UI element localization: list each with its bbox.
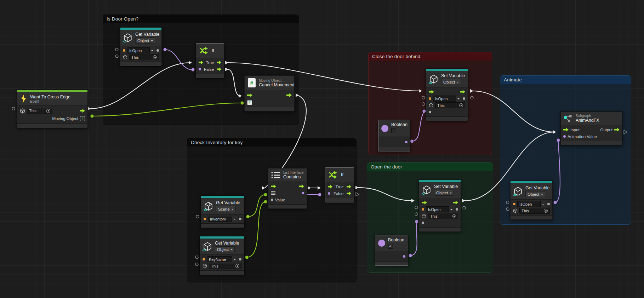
node-set-variable-close[interactable]: <> Set Variable Object IsOpen This: [426, 69, 468, 121]
target-field[interactable]: This: [129, 54, 159, 60]
value-output-port[interactable]: [239, 218, 241, 220]
integer-port-badge[interactable]: #: [80, 116, 85, 121]
value-output-port[interactable]: [456, 208, 458, 211]
result-output-port[interactable]: [302, 192, 304, 194]
flow-input-port[interactable]: [271, 184, 276, 188]
node-event-want-to-cross-edge[interactable]: Want To Cross Edge Event This Moving Obj…: [17, 90, 88, 128]
variable-name-dropdown[interactable]: IsOpen: [433, 96, 461, 102]
node-title: Set Variable: [434, 184, 458, 189]
node-if-door[interactable]: If True False: [196, 43, 224, 78]
condition-input-port[interactable]: [328, 192, 330, 195]
target-field[interactable]: This: [519, 208, 550, 214]
flow-output-false[interactable]: [217, 67, 221, 71]
string-port[interactable]: [203, 258, 205, 260]
node-boolean-true[interactable]: Boolean ✓: [375, 235, 408, 266]
flow-output-port[interactable]: [286, 93, 292, 97]
event-target-field[interactable]: This: [27, 108, 52, 114]
node-subtitle: Subgraph: [576, 114, 599, 118]
node-get-variable-inventory[interactable]: <> Get Variable Scene Inventory: [201, 196, 244, 228]
variable-kind-dropdown[interactable]: Object: [215, 246, 235, 252]
target-field[interactable]: This: [428, 213, 458, 219]
new-value-input-port[interactable]: [422, 222, 424, 224]
boolean-checkbox[interactable]: [391, 128, 396, 133]
variable-name-dropdown[interactable]: Inventory: [208, 216, 237, 222]
node-footer: [201, 223, 244, 228]
string-port[interactable]: [204, 218, 206, 220]
flow-output-true[interactable]: [347, 185, 351, 189]
node-list-contains[interactable]: List Interface Contains Value: [268, 168, 307, 209]
node-set-variable-open[interactable]: <> Set Variable Object IsOpen This: [419, 179, 461, 232]
variable-kind-dropdown[interactable]: Object: [441, 79, 461, 85]
variable-kind-dropdown[interactable]: Object: [135, 38, 155, 44]
group-title[interactable]: Open the door: [367, 163, 493, 171]
target-field[interactable]: This: [209, 263, 241, 269]
value-output-port[interactable]: [156, 49, 159, 52]
boolean-checkbox[interactable]: ✓: [388, 244, 393, 249]
gameobject-icon: [20, 108, 25, 114]
target-field[interactable]: This: [435, 102, 465, 108]
target-picker-icon[interactable]: [459, 103, 463, 107]
port-label: Animation Value: [568, 134, 597, 139]
value-output-port[interactable]: [239, 258, 241, 260]
flow-output-false[interactable]: [347, 191, 351, 195]
chevron-down-icon: [542, 204, 544, 206]
list-port-icon[interactable]: [271, 191, 275, 195]
flow-output-port[interactable]: [80, 109, 85, 113]
flow-output-port[interactable]: [299, 184, 304, 188]
chevron-down-icon: [234, 259, 236, 261]
flow-output-port[interactable]: [217, 61, 221, 64]
flow-input-port[interactable]: [429, 90, 434, 94]
flow-output-port[interactable]: [460, 90, 465, 94]
variable-name-dropdown[interactable]: IsOpen: [517, 201, 546, 207]
node-subgraph-animandfx[interactable]: Subgraph AnimAndFX Input Output Animatio…: [560, 111, 622, 145]
value-output-port[interactable]: [547, 203, 550, 205]
node-footer: [426, 116, 468, 121]
variable-kind-dropdown[interactable]: Object: [525, 191, 545, 197]
string-port[interactable]: [422, 208, 424, 211]
node-title: If: [341, 172, 343, 177]
node-footer: [245, 107, 294, 111]
flow-output-true[interactable]: [199, 61, 203, 64]
group-title[interactable]: Animate: [500, 76, 631, 84]
variable-name-dropdown[interactable]: KeyName: [207, 256, 237, 262]
animation-value-input-port[interactable]: [563, 135, 566, 138]
graph-canvas[interactable]: { "colors": { "canvas": "#1d1d1d", "teal…: [0, 0, 644, 298]
group-title[interactable]: Close the door behind: [369, 52, 492, 61]
string-port[interactable]: [123, 49, 125, 52]
node-get-variable-isopen-anim[interactable]: <> Get Variable Object IsOpen This: [510, 181, 553, 220]
flow-input-port[interactable]: [563, 128, 569, 132]
new-value-input-port[interactable]: [429, 111, 431, 113]
string-port[interactable]: [429, 97, 431, 100]
group-title[interactable]: Is Door Open?: [103, 15, 299, 23]
value-output-port[interactable]: [463, 97, 465, 100]
target-picker-icon[interactable]: [544, 209, 548, 213]
condition-input-port[interactable]: [199, 68, 201, 70]
chevron-down-icon: [450, 209, 452, 211]
node-get-variable-keyname[interactable]: <> Get Variable Object KeyName This: [200, 236, 244, 275]
variable-kind-dropdown[interactable]: Scene: [216, 206, 236, 212]
node-if-key[interactable]: If True False: [325, 167, 354, 202]
node-boolean-false[interactable]: Boolean: [378, 120, 410, 151]
target-picker-icon[interactable]: [235, 264, 239, 268]
value-output-port[interactable]: [403, 255, 405, 258]
string-port[interactable]: [513, 203, 515, 205]
flow-input-port[interactable]: [422, 201, 427, 205]
variable-name-dropdown[interactable]: IsOpen: [127, 47, 155, 53]
target-picker-icon[interactable]: [153, 55, 157, 59]
flow-output-port[interactable]: [453, 201, 458, 205]
value-input-port[interactable]: [271, 199, 273, 201]
flow-input-port[interactable]: [247, 93, 252, 97]
group-title[interactable]: Check Inventory for key: [187, 138, 356, 147]
node-cancel-movement[interactable]: # Moving Object Cancel Movement #: [244, 75, 295, 111]
variable-name-dropdown[interactable]: IsOpen: [426, 206, 454, 212]
value-output-port[interactable]: [405, 141, 408, 143]
target-picker-icon[interactable]: [46, 109, 50, 113]
node-title: Get Variable: [525, 185, 550, 190]
flow-output-port[interactable]: [614, 128, 620, 132]
flow-input-port[interactable]: [328, 185, 332, 189]
target-picker-icon[interactable]: [452, 214, 456, 218]
chevron-down-icon: [151, 50, 153, 52]
node-get-variable-isopen[interactable]: <> Get Variable Object IsOpen This: [120, 27, 162, 66]
integer-port-badge[interactable]: #: [247, 100, 252, 105]
variable-kind-dropdown[interactable]: Object: [434, 190, 454, 196]
